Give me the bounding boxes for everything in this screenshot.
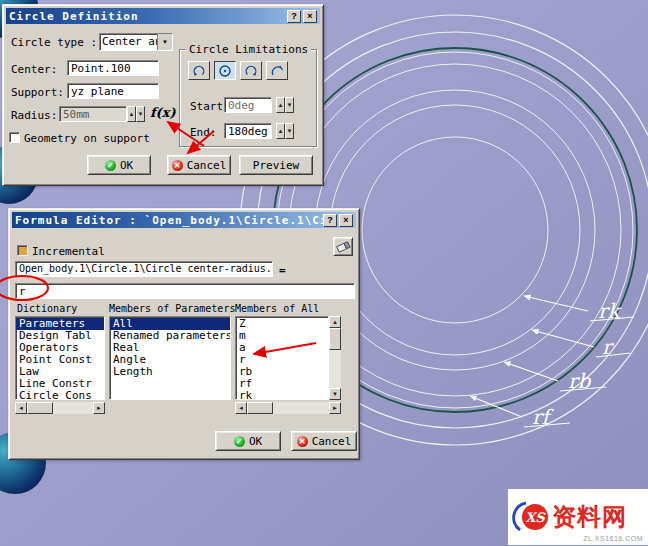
members-of-parameters-list[interactable]: AllRenamed parametersRealAngleLength xyxy=(109,316,231,400)
scrollbar-track[interactable] xyxy=(273,402,329,414)
whole-circle-button[interactable] xyxy=(214,61,236,80)
circle-definition-titlebar[interactable]: Circle Definition ? × xyxy=(6,8,320,24)
scroll-right-icon[interactable]: ► xyxy=(329,402,341,414)
list-item[interactable]: rf xyxy=(236,378,328,390)
help-icon[interactable]: ? xyxy=(287,10,301,23)
scrollbar-track[interactable] xyxy=(53,402,93,414)
list-item[interactable]: Line Constr xyxy=(16,378,104,390)
members-of-parameters-header: Members of Parameters xyxy=(109,303,235,314)
close-icon[interactable]: × xyxy=(303,10,317,23)
arc-cw-icon xyxy=(244,64,258,78)
radius-spinner[interactable]: ▲ ▼ xyxy=(127,106,145,122)
cancel-button-label: Cancel xyxy=(312,435,352,448)
ok-button-label: OK xyxy=(249,435,262,448)
spin-up-icon[interactable]: ▲ xyxy=(276,123,285,139)
ok-icon: ✓ xyxy=(234,436,245,447)
list-item[interactable]: Parameters xyxy=(16,318,104,330)
cancel-button[interactable]: ✕ Cancel xyxy=(291,431,357,451)
trim-arc-icon xyxy=(270,64,284,78)
ok-button[interactable]: ✓ OK xyxy=(215,431,281,451)
chevron-down-icon[interactable]: ▼ xyxy=(157,34,172,50)
arc-ccw-button[interactable] xyxy=(188,61,210,80)
help-icon[interactable]: ? xyxy=(323,214,337,227)
support-field[interactable]: yz plane xyxy=(67,83,159,99)
watermark-logo-text: XS xyxy=(525,510,546,525)
preview-button-label: Preview xyxy=(253,159,299,172)
members-of-all-vertical-scrollbar[interactable]: ▲ ▼ xyxy=(329,316,341,400)
scroll-down-icon[interactable]: ▼ xyxy=(329,388,341,400)
ok-button[interactable]: ✓ OK xyxy=(87,155,151,175)
end-spinner[interactable]: ▲ ▼ xyxy=(276,123,294,139)
arc-cw-button[interactable] xyxy=(240,61,262,80)
close-icon[interactable]: × xyxy=(339,214,353,227)
geometry-on-support-label: Geometry on support xyxy=(24,132,150,145)
center-field[interactable]: Point.100 xyxy=(67,60,159,76)
incremental-checkbox[interactable] xyxy=(17,245,28,256)
spin-up-icon[interactable]: ▲ xyxy=(276,97,285,113)
spin-down-icon[interactable]: ▼ xyxy=(136,106,145,122)
scrollbar-thumb[interactable] xyxy=(329,328,341,350)
start-spinner[interactable]: ▲ ▼ xyxy=(276,97,294,113)
spin-down-icon[interactable]: ▼ xyxy=(285,97,294,113)
whole-circle-icon xyxy=(218,64,232,78)
scrollbar-thumb[interactable] xyxy=(247,402,273,414)
watermark: XS 资料网 ZL.XS1616.COM xyxy=(508,489,648,545)
list-item[interactable]: Circle Cons xyxy=(16,390,104,400)
scroll-left-icon[interactable]: ◄ xyxy=(235,402,247,414)
formula-target-field: Open_body.1\Circle.1\Circle center-radiu… xyxy=(15,261,273,277)
list-item[interactable]: All xyxy=(110,318,230,330)
list-item[interactable]: a xyxy=(236,342,328,354)
list-item[interactable]: rk xyxy=(236,390,328,400)
list-item[interactable]: Real xyxy=(110,342,230,354)
radius-label: Radius: xyxy=(11,109,57,122)
radius-field[interactable]: 50mm xyxy=(59,106,127,122)
trim-arc-button[interactable] xyxy=(266,61,288,80)
cancel-button[interactable]: ✕ Cancel xyxy=(167,155,231,175)
geometry-on-support-checkbox[interactable] xyxy=(9,132,20,143)
scroll-right-icon[interactable]: ► xyxy=(93,402,105,414)
list-item[interactable]: Angle xyxy=(110,354,230,366)
dictionary-list[interactable]: ParametersDesign TablOperatorsPoint Cons… xyxy=(15,316,105,400)
members-of-all-list[interactable]: Zmarrbrfrk xyxy=(235,316,329,400)
list-item[interactable]: r xyxy=(236,354,328,366)
spin-down-icon[interactable]: ▼ xyxy=(285,123,294,139)
erase-button[interactable] xyxy=(333,237,353,256)
incremental-label: Incremental xyxy=(32,245,105,258)
circle-limitations-group: Circle Limitations Start: 0deg ▲ ▼ End: … xyxy=(179,49,317,147)
scroll-up-icon[interactable]: ▲ xyxy=(329,316,341,328)
catia-workspace: rk r rb rf Circle Definition ? × Circle … xyxy=(0,0,648,546)
formula-fx-icon[interactable]: f(x) xyxy=(150,105,176,120)
arc-ccw-icon xyxy=(192,64,206,78)
center-label: Center: xyxy=(11,63,57,76)
preview-button[interactable]: Preview xyxy=(239,155,313,175)
list-item[interactable]: Z xyxy=(236,318,328,330)
scroll-left-icon[interactable]: ◄ xyxy=(15,402,27,414)
list-item[interactable]: Design Tabl xyxy=(16,330,104,342)
members-of-all-horizontal-scrollbar[interactable]: ◄ ► xyxy=(235,402,341,414)
label-rk: rk xyxy=(598,299,623,323)
expression-input[interactable]: r xyxy=(15,283,355,299)
list-item[interactable]: rb xyxy=(236,366,328,378)
end-field[interactable]: 180deg xyxy=(224,123,272,139)
circle-type-value: Center and xyxy=(100,34,157,50)
formula-editor-titlebar[interactable]: Formula Editor : `Open_body.1\Circle.1\C… xyxy=(12,212,356,228)
list-item[interactable]: Law xyxy=(16,366,104,378)
list-item[interactable]: Length xyxy=(110,366,230,378)
support-label: Support: xyxy=(11,86,64,99)
scrollbar-track[interactable] xyxy=(329,350,341,388)
start-field[interactable]: 0deg xyxy=(224,97,272,113)
circle-type-select[interactable]: Center and ▼ xyxy=(99,33,173,51)
spin-up-icon[interactable]: ▲ xyxy=(127,106,136,122)
eraser-icon xyxy=(336,240,351,253)
scrollbar-thumb[interactable] xyxy=(27,402,53,414)
watermark-url: ZL.XS1616.COM xyxy=(583,535,643,542)
list-item[interactable]: m xyxy=(236,330,328,342)
list-item[interactable]: Operators xyxy=(16,342,104,354)
dictionary-horizontal-scrollbar[interactable]: ◄ ► xyxy=(15,402,105,414)
circle-limitations-title: Circle Limitations xyxy=(186,43,311,56)
list-item[interactable]: Renamed parameters xyxy=(110,330,230,342)
cancel-icon: ✕ xyxy=(172,160,183,171)
list-item[interactable]: Point Const xyxy=(16,354,104,366)
circle-type-label: Circle type : xyxy=(11,36,97,49)
end-label: End: xyxy=(190,126,217,139)
